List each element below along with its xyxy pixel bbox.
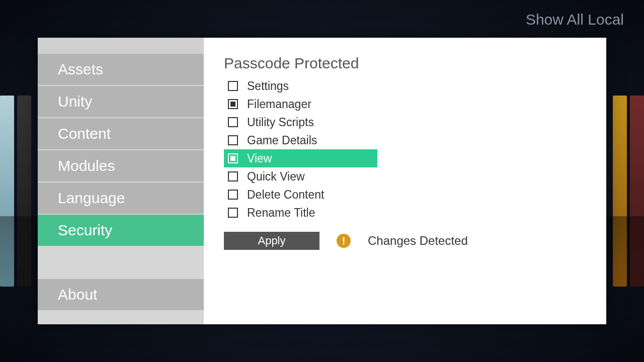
sidebar-item-content[interactable]: Content [38,118,204,150]
sidebar-item-unity[interactable]: Unity [38,86,204,118]
sidebar-item-label: Modules [58,157,115,174]
sidebar-item-label: Unity [58,93,92,110]
sidebar-fill [38,311,204,324]
checkbox-icon [228,81,238,91]
top-filter-label[interactable]: Show All Local [526,11,624,28]
check-row-view[interactable]: View [224,149,377,167]
content-title: Passcode Protected [224,55,586,72]
check-row-settings[interactable]: Settings [224,77,377,95]
apply-button[interactable]: Apply [224,232,319,250]
check-label: Quick View [247,170,305,184]
sidebar-item-language[interactable]: Language [38,183,204,215]
sidebar-item-label: Security [58,222,112,239]
check-label: Delete Content [247,188,324,202]
sidebar-item-about[interactable]: About [38,279,204,311]
check-label: Filemanager [247,98,311,111]
warning-icon: ! [337,234,351,248]
content-pane: Passcode Protected Settings Filemanager … [204,38,606,324]
sidebar: Assets Unity Content Modules Language Se… [38,38,204,324]
check-row-game-details[interactable]: Game Details [224,131,377,149]
sidebar-item-modules[interactable]: Modules [38,150,204,183]
footer-row: Apply ! Changes Detected [224,232,586,250]
checkbox-icon [228,153,238,163]
sidebar-item-label: Language [58,190,125,207]
check-row-filemanager[interactable]: Filemanager [224,95,377,113]
check-label: Rename Title [247,206,315,220]
sidebar-item-assets[interactable]: Assets [38,54,204,86]
status-text: Changes Detected [368,234,468,248]
sidebar-item-security[interactable]: Security [38,215,204,247]
sidebar-gap [38,247,204,279]
check-row-delete-content[interactable]: Delete Content [224,186,377,204]
checkbox-icon [228,208,238,218]
check-row-utility-scripts[interactable]: Utility Scripts [224,113,377,131]
sidebar-item-label: Content [58,125,111,142]
sidebar-spacer [38,38,204,54]
checkbox-icon [228,135,238,145]
check-label: Settings [247,79,289,93]
sidebar-item-label: Assets [58,61,103,78]
passcode-checklist: Settings Filemanager Utility Scripts Gam… [224,77,377,222]
check-label: View [247,152,272,165]
checkbox-icon [228,99,238,109]
check-label: Utility Scripts [247,116,314,129]
checkbox-icon [228,117,238,127]
check-row-rename-title[interactable]: Rename Title [224,204,377,222]
checkbox-icon [228,171,238,182]
check-label: Game Details [247,134,317,147]
checkbox-icon [228,190,238,200]
check-row-quick-view[interactable]: Quick View [224,167,377,186]
sidebar-item-label: About [58,286,97,303]
settings-panel: Assets Unity Content Modules Language Se… [38,38,606,324]
